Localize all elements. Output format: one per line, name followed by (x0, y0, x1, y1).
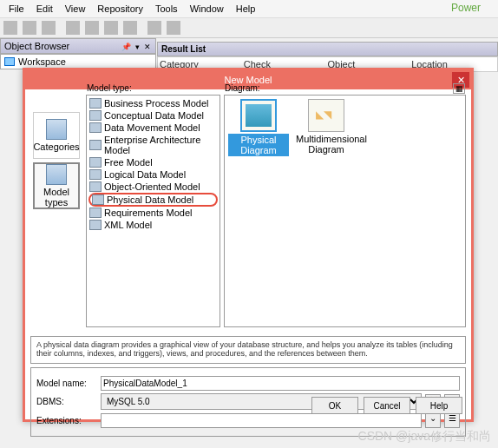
multidimensional-diagram[interactable]: Multidimensional Diagram (296, 99, 357, 155)
mt-object-oriented[interactable]: Object-Oriented Model (88, 181, 218, 193)
paste-icon[interactable] (123, 21, 137, 35)
mt-free[interactable]: Free Model (88, 156, 218, 168)
result-list-title: Result List (157, 42, 498, 56)
toolbar (0, 17, 498, 38)
close-panel-icon[interactable]: ✕ (144, 43, 151, 51)
view-options-icon[interactable]: ▦ (453, 83, 465, 94)
model-icon (89, 140, 102, 150)
menu-tools[interactable]: Tools (150, 2, 183, 16)
watermark: CSDN @java修行当和尚 (358, 429, 491, 445)
dbms-label: DBMS: (36, 397, 97, 406)
app-title: Power (451, 2, 481, 14)
save-icon[interactable] (42, 21, 56, 35)
copy-icon[interactable] (104, 21, 118, 35)
model-types-button[interactable]: Model types (33, 162, 80, 209)
new-icon[interactable] (3, 21, 17, 35)
open-icon[interactable] (23, 21, 36, 35)
model-type-list: Model type: Business Process Model Conce… (86, 95, 220, 327)
dropdown-icon[interactable]: ▾ (135, 43, 140, 51)
extensions-input[interactable] (101, 413, 422, 428)
diagram-list: Diagram: ▦ Physical Diagram Multidimensi… (224, 95, 466, 327)
model-icon (89, 208, 102, 218)
extensions-expand-icon[interactable]: ⌄ (425, 412, 441, 428)
mt-xml[interactable]: XML Model (88, 219, 218, 231)
menubar: File Edit View Repository Tools Window H… (0, 0, 498, 17)
print-icon[interactable] (66, 21, 80, 35)
model-type-header: Model type: (87, 83, 132, 93)
physical-diagram[interactable]: Physical Diagram (228, 99, 289, 156)
cancel-button[interactable]: Cancel (364, 397, 410, 414)
mt-logical-data[interactable]: Logical Data Model (88, 168, 218, 181)
diagram-header: Diagram: (225, 83, 260, 93)
undo-icon[interactable] (147, 21, 161, 35)
categories-button[interactable]: Categories (33, 112, 80, 159)
mt-physical-data[interactable]: Physical Data Model (88, 193, 218, 207)
model-icon (89, 110, 102, 121)
menu-window[interactable]: Window (185, 2, 229, 16)
help-button[interactable]: Help (416, 397, 462, 414)
redo-icon[interactable] (167, 21, 180, 35)
ok-button[interactable]: OK (311, 397, 358, 414)
mt-enterprise-arch[interactable]: Enterprise Architecture Model (88, 134, 218, 156)
model-icon (89, 169, 102, 180)
model-icon (89, 157, 102, 168)
description-text: A physical data diagram provides a graph… (30, 336, 466, 364)
extensions-manage-icon[interactable]: ☰ (444, 412, 460, 428)
model-name-input[interactable] (101, 376, 460, 391)
mt-requirements[interactable]: Requirements Model (88, 207, 218, 219)
mt-data-movement[interactable]: Data Movement Model (88, 122, 218, 134)
mt-business-process[interactable]: Business Process Model (88, 97, 218, 109)
menu-repository[interactable]: Repository (92, 2, 148, 16)
model-icon (89, 122, 102, 133)
menu-view[interactable]: View (60, 2, 91, 16)
menu-file[interactable]: File (3, 2, 29, 16)
menu-help[interactable]: Help (231, 2, 261, 16)
object-browser-title: Object Browser 📌 ▾ ✕ (0, 38, 156, 54)
model-icon (89, 181, 102, 192)
workspace-icon (4, 57, 15, 66)
model-types-icon (46, 164, 67, 185)
mt-conceptual-data[interactable]: Conceptual Data Model (88, 109, 218, 122)
menu-edit[interactable]: Edit (31, 2, 58, 16)
model-name-label: Model name: (36, 379, 97, 388)
model-icon (89, 220, 102, 230)
physical-diagram-icon (240, 99, 277, 132)
model-icon (89, 98, 102, 109)
categories-icon (46, 119, 67, 140)
pin-icon[interactable]: 📌 (121, 43, 131, 51)
multidimensional-diagram-icon (308, 99, 344, 132)
extensions-label: Extensions: (36, 416, 97, 425)
model-icon (92, 194, 104, 205)
new-model-dialog: New Model ✕ Categories Model types Model… (23, 68, 474, 422)
cut-icon[interactable] (85, 21, 99, 35)
